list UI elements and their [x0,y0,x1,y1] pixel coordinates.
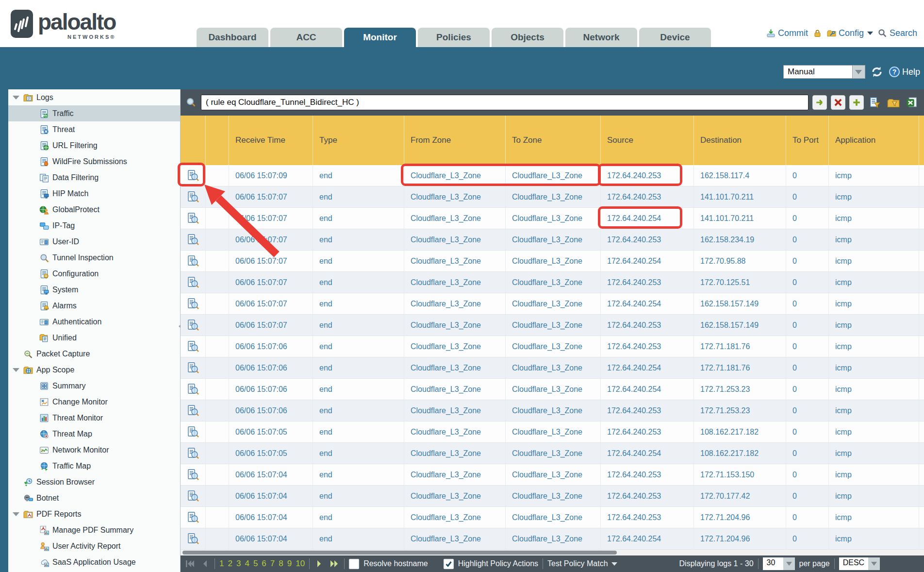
sidebar-item-summary[interactable]: Summary [8,378,180,394]
tab-policies[interactable]: Policies [418,28,490,47]
first-page-button[interactable] [184,558,195,569]
cell-source[interactable]: 172.64.240.253 [601,315,694,336]
cell-destination[interactable]: 141.101.70.211 [694,186,786,207]
cell-from-zone[interactable]: Cloudflare_L3_Zone [404,315,506,336]
commit-button[interactable]: Commit [766,28,808,38]
cell-from-zone[interactable]: Cloudflare_L3_Zone [404,379,506,400]
cell-type[interactable]: end [313,208,404,229]
cell-type[interactable]: end [313,272,404,293]
cell-receive-time[interactable]: 06/06 15:07:09 [229,165,313,186]
cell-to-zone[interactable]: Cloudflare_L3_Zone [506,165,601,186]
cell-to-port[interactable]: 0 [786,400,829,421]
cell-to-zone[interactable]: Cloudflare_L3_Zone [506,186,601,207]
cell-destination[interactable]: 162.158.234.19 [694,229,786,250]
page-link-2[interactable]: 2 [228,559,232,569]
cell-application[interactable]: icmp [829,400,919,421]
sidebar-item-packet-capture[interactable]: Packet Capture [8,346,180,362]
sidebar-item-logs[interactable]: Logs [8,89,180,105]
cell-destination[interactable]: 172.71.253.23 [694,400,786,421]
cell-source[interactable]: 172.64.240.253 [601,336,694,357]
sidebar-item-globalprotect[interactable]: GlobalProtect [8,202,180,218]
clear-filter-button[interactable] [831,95,845,110]
cell-to-port[interactable]: 0 [786,272,829,293]
cell-to-port[interactable]: 0 [786,315,829,336]
page-link-6[interactable]: 6 [262,559,266,569]
cell-from-zone[interactable]: Cloudflare_L3_Zone [404,272,506,293]
config-menu-button[interactable]: Config [827,28,873,38]
cell-from-zone[interactable]: Cloudflare_L3_Zone [404,229,506,250]
cell-destination[interactable]: 172.71.181.76 [694,336,786,357]
sidebar-item-saas-application-usage[interactable]: SaaS Application Usage [8,554,180,570]
cell-from-zone[interactable]: Cloudflare_L3_Zone [404,400,506,421]
sidebar-item-ip-tag[interactable]: IP-Tag [8,218,180,234]
cell-destination[interactable]: 172.70.177.42 [694,486,786,506]
tab-network[interactable]: Network [565,28,637,47]
log-detail-magnifier-icon[interactable] [187,404,199,417]
cell-action[interactable]: a [919,315,924,336]
cell-application[interactable]: icmp [829,464,919,485]
cell-type[interactable]: end [313,507,404,528]
cell-to-zone[interactable]: Cloudflare_L3_Zone [506,443,601,464]
cell-application[interactable]: icmp [829,357,919,378]
cell-receive-time[interactable]: 06/06 15:07:07 [229,208,313,229]
cell-to-zone[interactable]: Cloudflare_L3_Zone [506,251,601,271]
cell-to-port[interactable]: 0 [786,507,829,528]
sidebar-item-authentication[interactable]: Authentication [8,314,180,330]
cell-to-zone[interactable]: Cloudflare_L3_Zone [506,336,601,357]
cell-action[interactable]: a [919,229,924,250]
help-button[interactable]: ? Help [889,66,920,78]
cell-receive-time[interactable]: 06/06 15:07:07 [229,293,313,314]
cell-to-port[interactable]: 0 [786,186,829,207]
sidebar-item-network-monitor[interactable]: Network Monitor [8,442,180,458]
cell-to-zone[interactable]: Cloudflare_L3_Zone [506,315,601,336]
page-link-1[interactable]: 1 [219,559,224,569]
cell-destination[interactable]: 172.71.181.76 [694,357,786,378]
cell-source[interactable]: 172.64.240.253 [601,464,694,485]
cell-source[interactable]: 172.64.240.253 [601,400,694,421]
cell-action[interactable]: a [919,421,924,442]
cell-source[interactable]: 172.64.240.254 [601,251,694,271]
cell-receive-time[interactable]: 06/06 15:07:07 [229,315,313,336]
cell-destination[interactable]: 141.101.70.211 [694,208,786,229]
column-header-to-port[interactable]: To Port [786,116,829,165]
tab-device[interactable]: Device [639,28,711,47]
log-detail-magnifier-icon[interactable] [187,212,199,225]
cell-source[interactable]: 172.64.240.253 [601,165,694,186]
cell-destination[interactable]: 172.71.204.96 [694,507,786,528]
sidebar-item-app-scope[interactable]: App Scope [8,362,180,378]
cell-destination[interactable]: 108.162.217.182 [694,443,786,464]
cell-action[interactable]: a [919,379,924,400]
log-detail-magnifier-icon[interactable] [187,169,199,182]
page-size-select[interactable]: 30 [763,557,795,570]
page-link-5[interactable]: 5 [253,559,258,569]
cell-application[interactable]: icmp [829,507,919,528]
cell-action[interactable]: a [919,400,924,421]
page-link-4[interactable]: 4 [245,559,249,569]
cell-application[interactable]: icmp [829,315,919,336]
sidebar-item-threat-monitor[interactable]: Threat Monitor [8,410,180,426]
cell-type[interactable]: end [313,293,404,314]
cell-type[interactable]: end [313,229,404,250]
cell-type[interactable]: end [313,357,404,378]
cell-action[interactable]: a [919,528,924,549]
cell-application[interactable]: icmp [829,272,919,293]
cell-to-zone[interactable]: Cloudflare_L3_Zone [506,379,601,400]
cell-action[interactable]: a [919,186,924,207]
cell-destination[interactable]: 108.162.217.182 [694,421,786,442]
sidebar-item-pdf-reports[interactable]: PDF Reports [8,506,180,522]
cell-source[interactable]: 172.64.240.254 [601,357,694,378]
cell-receive-time[interactable]: 06/06 15:07:07 [229,229,313,250]
cell-application[interactable]: icmp [829,486,919,506]
refresh-icon[interactable] [870,65,884,79]
sidebar-item-traffic[interactable]: Traffic [8,105,180,121]
log-detail-magnifier-icon[interactable] [187,469,199,481]
cell-to-port[interactable]: 0 [786,379,829,400]
cell-receive-time[interactable]: 06/06 15:07:06 [229,357,313,378]
log-detail-magnifier-icon[interactable] [187,298,199,310]
expand-triangle-icon[interactable] [13,512,19,516]
log-detail-magnifier-icon[interactable] [187,234,199,246]
cell-to-port[interactable]: 0 [786,464,829,485]
cell-to-port[interactable]: 0 [786,443,829,464]
cell-application[interactable]: icmp [829,379,919,400]
cell-to-zone[interactable]: Cloudflare_L3_Zone [506,357,601,378]
